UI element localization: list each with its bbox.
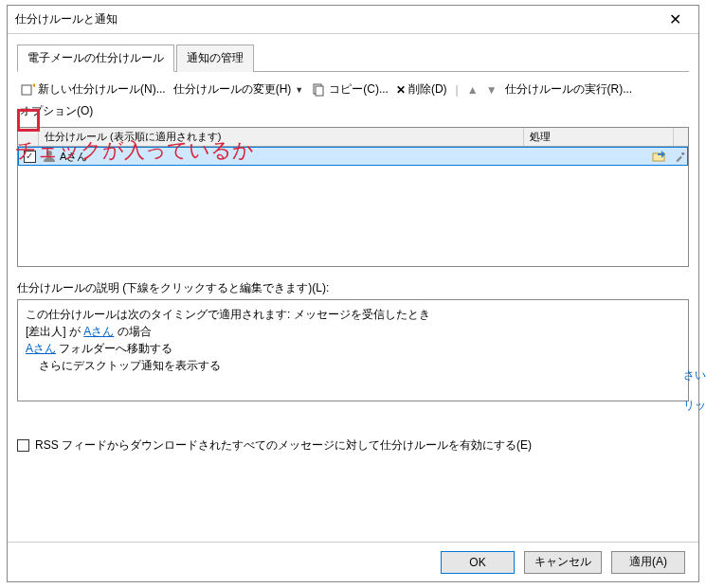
rss-checkbox[interactable] [17, 439, 29, 452]
description-box: この仕分けルールは次のタイミングで適用されます: メッセージを受信したとき [差… [17, 299, 689, 401]
move-down-button[interactable]: ▼ [483, 81, 500, 98]
header-checkbox-col [18, 128, 39, 146]
dropdown-arrow-icon: ▼ [295, 85, 303, 95]
desc-line2: [差出人] が Aさん の場合 [26, 323, 680, 340]
close-icon[interactable]: ✕ [660, 7, 691, 32]
cancel-button[interactable]: キャンセル [524, 551, 602, 574]
tab-manage-alerts[interactable]: 通知の管理 [176, 45, 254, 72]
toolbar: ✦ 新しい仕分けルール(N)... 仕分けルールの変更(H) ▼ コピー(C).… [17, 72, 689, 127]
button-bar: OK キャンセル 適用(A) [8, 542, 698, 581]
rule-name-cell: Aさん [40, 149, 523, 164]
arrow-up-icon: ▲ [467, 83, 479, 97]
rule-action-cell [523, 149, 673, 164]
folder-link[interactable]: Aさん [26, 342, 56, 355]
dialog-title: 仕分けルールと通知 [15, 11, 660, 27]
description-label: 仕分けルールの説明 (下線をクリックすると編集できます)(L): [17, 280, 689, 296]
side-clip: さい [683, 367, 706, 383]
rule-checkbox-cell[interactable] [19, 150, 40, 163]
side-clip-2: リッ [683, 398, 706, 414]
options-button[interactable]: オプション(O) [17, 101, 96, 121]
svg-rect-0 [22, 85, 31, 95]
rule-right-icon-cell [673, 151, 687, 163]
svg-point-6 [681, 151, 684, 154]
separator: | [456, 83, 459, 97]
arrow-down-icon: ▼ [486, 83, 498, 97]
rss-checkbox-label: RSS フィードからダウンロードされたすべてのメッセージに対して仕分けルールを有… [35, 437, 532, 454]
svg-point-4 [46, 151, 52, 156]
ok-button[interactable]: OK [441, 551, 515, 574]
new-rule-button[interactable]: ✦ 新しい仕分けルール(N)... [17, 80, 169, 99]
rule-list: 仕分けルール (表示順に適用されます) 処理 Aさん [17, 127, 689, 267]
header-action-col[interactable]: 処理 [524, 128, 674, 146]
rules-dialog: 仕分けルールと通知 ✕ 電子メールの仕分けルール 通知の管理 ✦ 新しい仕分けル… [7, 5, 699, 582]
person-icon [42, 149, 57, 164]
header-icon-col [674, 128, 688, 146]
rule-list-body: Aさん [18, 147, 688, 266]
run-rules-button[interactable]: 仕分けルールの実行(R)... [502, 80, 636, 99]
svg-rect-3 [316, 86, 323, 96]
rule-name: Aさん [60, 150, 87, 164]
desc-line4: さらにデスクトップ通知を表示する [26, 357, 680, 374]
delete-icon: ✕ [396, 83, 406, 97]
move-up-button[interactable]: ▲ [464, 81, 481, 98]
tool-icon [674, 151, 686, 163]
copy-button[interactable]: コピー(C)... [308, 80, 391, 99]
rss-checkbox-row[interactable]: RSS フィードからダウンロードされたすべてのメッセージに対して仕分けルールを有… [17, 437, 689, 454]
dialog-content: 電子メールの仕分けルール 通知の管理 ✦ 新しい仕分けルール(N)... 仕分け… [8, 34, 698, 542]
move-folder-icon [652, 149, 667, 164]
new-rule-icon: ✦ [20, 82, 35, 98]
rule-checkbox[interactable] [24, 151, 36, 163]
desc-line1: この仕分けルールは次のタイミングで適用されます: メッセージを受信したとき [26, 306, 680, 323]
header-name-col[interactable]: 仕分けルール (表示順に適用されます) [39, 128, 524, 146]
titlebar: 仕分けルールと通知 ✕ [8, 6, 698, 34]
desc-line3: Aさん フォルダーへ移動する [26, 340, 680, 357]
svg-text:✦: ✦ [31, 82, 35, 90]
sender-link[interactable]: Aさん [83, 325, 114, 338]
copy-icon [311, 82, 326, 98]
tab-email-rules[interactable]: 電子メールの仕分けルール [17, 45, 174, 72]
delete-button[interactable]: ✕ 削除(D) [393, 80, 450, 99]
apply-button[interactable]: 適用(A) [611, 551, 685, 574]
change-rule-button[interactable]: 仕分けルールの変更(H) ▼ [171, 80, 307, 99]
rule-list-header: 仕分けルール (表示順に適用されます) 処理 [18, 128, 688, 147]
rule-row[interactable]: Aさん [18, 147, 688, 166]
tabstrip: 電子メールの仕分けルール 通知の管理 [17, 44, 689, 72]
